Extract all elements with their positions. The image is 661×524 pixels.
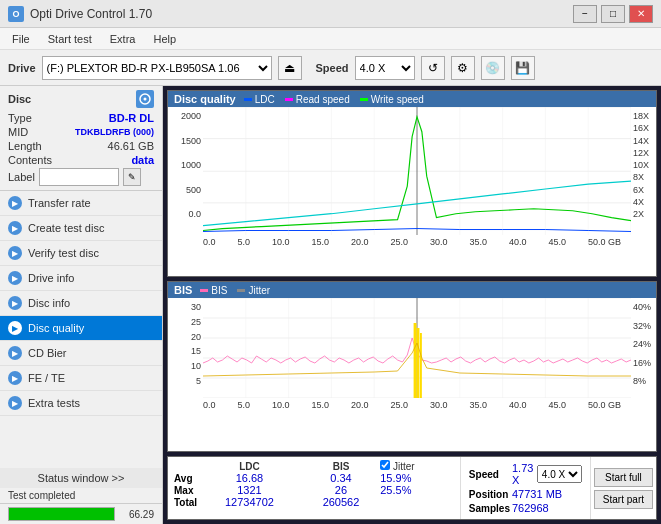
legend-read-speed: Read speed <box>285 94 350 105</box>
legend-ldc: LDC <box>244 94 275 105</box>
speed-select[interactable]: 4.0 X <box>355 56 415 80</box>
nav-drive-info-label: Drive info <box>28 272 74 284</box>
nav-create-test-disc[interactable]: ▶ Create test disc <box>0 216 162 241</box>
create-test-icon: ▶ <box>8 221 22 235</box>
chart2-svg <box>203 298 631 398</box>
nav-section: ▶ Transfer rate ▶ Create test disc ▶ Ver… <box>0 191 162 468</box>
app-title: Opti Drive Control 1.70 <box>30 7 152 21</box>
contents-value: data <box>131 154 154 166</box>
nav-verify-test-disc[interactable]: ▶ Verify test disc <box>0 241 162 266</box>
legend-read-speed-label: Read speed <box>296 94 350 105</box>
speed-select2[interactable]: 4.0 X <box>537 465 582 483</box>
svg-point-1 <box>144 98 147 101</box>
legend-ldc-label: LDC <box>255 94 275 105</box>
close-button[interactable]: ✕ <box>629 5 653 23</box>
progress-text: 66.29 <box>119 509 154 520</box>
settings-button[interactable]: ⚙ <box>451 56 475 80</box>
nav-transfer-rate[interactable]: ▶ Transfer rate <box>0 191 162 216</box>
minimize-button[interactable]: − <box>573 5 597 23</box>
menu-extra[interactable]: Extra <box>102 31 144 47</box>
toolbar: Drive (F:) PLEXTOR BD-R PX-LB950SA 1.06 … <box>0 50 661 86</box>
avg-ldc: 16.68 <box>197 472 302 484</box>
nav-disc-quality-label: Disc quality <box>28 322 84 334</box>
app-icon: O <box>8 6 24 22</box>
chart1-title: Disc quality <box>174 93 236 105</box>
start-part-button[interactable]: Start part <box>594 490 653 509</box>
stats-buttons: Start full Start part <box>590 457 656 519</box>
avg-bis: 0.34 <box>302 472 380 484</box>
chart1-svg <box>203 107 631 235</box>
avg-label: Avg <box>174 472 197 484</box>
verify-test-icon: ▶ <box>8 246 22 260</box>
speed-value: 1.73 X <box>512 462 535 486</box>
maximize-button[interactable]: □ <box>601 5 625 23</box>
total-label: Total <box>174 496 197 508</box>
start-full-button[interactable]: Start full <box>594 468 653 487</box>
bis-color <box>200 289 208 292</box>
max-ldc: 1321 <box>197 484 302 496</box>
nav-cd-bier-label: CD Bier <box>28 347 67 359</box>
nav-disc-info[interactable]: ▶ Disc info <box>0 291 162 316</box>
refresh-button[interactable]: ↺ <box>421 56 445 80</box>
nav-disc-quality[interactable]: ▶ Disc quality <box>0 316 162 341</box>
speed-label: Speed <box>316 62 349 74</box>
right-panel: Disc quality LDC Read speed Write speed <box>163 86 661 524</box>
chart2-xaxis: 0.0 5.0 10.0 15.0 20.0 25.0 30.0 35.0 40… <box>168 398 656 412</box>
chart2-yaxis-right: 40% 32% 24% 16% 8% <box>631 298 656 398</box>
nav-verify-test-label: Verify test disc <box>28 247 99 259</box>
save-button[interactable]: 💾 <box>511 56 535 80</box>
samples-value: 762968 <box>512 502 582 514</box>
menu-file[interactable]: File <box>4 31 38 47</box>
nav-extra-tests[interactable]: ▶ Extra tests <box>0 391 162 416</box>
progress-bar-background <box>8 507 115 521</box>
drive-label: Drive <box>8 62 36 74</box>
menu-help[interactable]: Help <box>145 31 184 47</box>
jitter-color <box>237 289 245 292</box>
nav-create-test-label: Create test disc <box>28 222 104 234</box>
max-label: Max <box>174 484 197 496</box>
stats-left: LDC BIS Jitter Avg 16.68 0.34 15.9% <box>168 457 460 519</box>
cd-bier-icon: ▶ <box>8 346 22 360</box>
position-label: Position <box>469 488 510 500</box>
status-text-label: Test completed <box>8 490 75 501</box>
disc-info-icon: ▶ <box>8 296 22 310</box>
disc-quality-chart: Disc quality LDC Read speed Write speed <box>167 90 657 277</box>
col-ldc-header: LDC <box>197 460 302 472</box>
chart2-header: BIS BIS Jitter <box>168 282 656 298</box>
jitter-checkbox[interactable] <box>380 460 390 470</box>
nav-extra-tests-label: Extra tests <box>28 397 80 409</box>
titlebar: O Opti Drive Control 1.70 − □ ✕ <box>0 0 661 28</box>
chart2-area <box>203 298 631 398</box>
extra-tests-icon: ▶ <box>8 396 22 410</box>
eject-button[interactable]: ⏏ <box>278 56 302 80</box>
chart1-yaxis-right: 18X 16X 14X 12X 10X 8X 6X 4X 2X <box>631 107 656 235</box>
progress-bar-fill <box>9 508 114 520</box>
nav-cd-bier[interactable]: ▶ CD Bier <box>0 341 162 366</box>
status-window-button[interactable]: Status window >> <box>0 468 162 488</box>
main-content: Disc Type BD-R DL MID TDKBLDRFB (000) Le… <box>0 86 661 524</box>
type-label: Type <box>8 112 32 124</box>
legend-bis: BIS <box>200 285 227 296</box>
mid-value: TDKBLDRFB (000) <box>75 127 154 137</box>
burn-button[interactable]: 💿 <box>481 56 505 80</box>
nav-fe-te[interactable]: ▶ FE / TE <box>0 366 162 391</box>
legend-write-speed: Write speed <box>360 94 424 105</box>
drive-select[interactable]: (F:) PLEXTOR BD-R PX-LB950SA 1.06 <box>42 56 272 80</box>
label-input[interactable] <box>39 168 119 186</box>
length-value: 46.61 GB <box>108 140 154 152</box>
nav-drive-info[interactable]: ▶ Drive info <box>0 266 162 291</box>
legend-write-speed-label: Write speed <box>371 94 424 105</box>
max-jitter: 25.5% <box>380 484 454 496</box>
mid-label: MID <box>8 126 28 138</box>
fe-te-icon: ▶ <box>8 371 22 385</box>
status-text: Test completed <box>0 488 162 503</box>
write-speed-color <box>360 98 368 101</box>
disc-quality-icon: ▶ <box>8 321 22 335</box>
label-label: Label <box>8 171 35 183</box>
read-speed-color <box>285 98 293 101</box>
disc-title: Disc <box>8 93 31 105</box>
position-value: 47731 MB <box>512 488 582 500</box>
menu-start-test[interactable]: Start test <box>40 31 100 47</box>
stats-right: Speed 1.73 X 4.0 X Position 47731 MB <box>460 457 590 519</box>
label-edit-button[interactable]: ✎ <box>123 168 141 186</box>
